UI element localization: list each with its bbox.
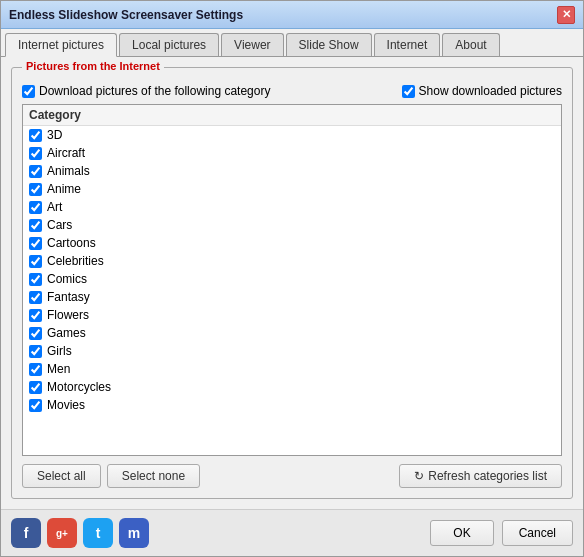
category-label: Motorcycles [47,380,111,394]
show-checkbox-label: Show downloaded pictures [402,84,562,98]
category-checkbox[interactable] [29,219,42,232]
category-checkbox[interactable] [29,381,42,394]
category-label: Games [47,326,86,340]
category-label: Comics [47,272,87,286]
list-item: 3D [23,126,561,144]
googleplus-icon[interactable]: g+ [47,518,77,548]
category-checkbox[interactable] [29,309,42,322]
window-title: Endless Slideshow Screensaver Settings [9,8,243,22]
category-label: Animals [47,164,90,178]
twitter-icon[interactable]: t [83,518,113,548]
select-all-button[interactable]: Select all [22,464,101,488]
list-item: Cartoons [23,234,561,252]
select-none-button[interactable]: Select none [107,464,200,488]
social-icons: f g+ t m [11,518,149,548]
tab-slide-show[interactable]: Slide Show [286,33,372,56]
category-label: Fantasy [47,290,90,304]
tab-internet[interactable]: Internet [374,33,441,56]
tab-about[interactable]: About [442,33,499,56]
category-checkbox[interactable] [29,255,42,268]
refresh-icon: ↻ [414,469,424,483]
footer: f g+ t m OK Cancel [1,509,583,556]
title-bar: Endless Slideshow Screensaver Settings ✕ [1,1,583,29]
category-label: Movies [47,398,85,412]
list-item: Comics [23,270,561,288]
category-checkbox[interactable] [29,345,42,358]
group-title: Pictures from the Internet [22,60,164,72]
main-content: Pictures from the Internet Download pict… [1,57,583,509]
list-item: Animals [23,162,561,180]
bottom-buttons: Select all Select none ↻ Refresh categor… [22,464,562,488]
list-item: Aircraft [23,144,561,162]
category-label: Anime [47,182,81,196]
category-checkbox[interactable] [29,399,42,412]
tab-bar: Internet pictures Local pictures Viewer … [1,29,583,57]
download-checkbox[interactable] [22,85,35,98]
category-list-container: Category 3DAircraftAnimalsAnimeArtCarsCa… [22,104,562,456]
category-list-scroll[interactable]: 3DAircraftAnimalsAnimeArtCarsCartoonsCel… [23,126,561,455]
list-item: Art [23,198,561,216]
category-checkbox[interactable] [29,327,42,340]
main-window: Endless Slideshow Screensaver Settings ✕… [0,0,584,557]
category-checkbox[interactable] [29,165,42,178]
category-checkbox[interactable] [29,129,42,142]
category-label: Men [47,362,70,376]
list-item: Celebrities [23,252,561,270]
category-checkbox[interactable] [29,363,42,376]
group-box: Pictures from the Internet Download pict… [11,67,573,499]
list-item: Anime [23,180,561,198]
list-item: Fantasy [23,288,561,306]
myspace-icon[interactable]: m [119,518,149,548]
list-item: Flowers [23,306,561,324]
category-label: Cartoons [47,236,96,250]
bottom-left-buttons: Select all Select none [22,464,200,488]
tab-viewer[interactable]: Viewer [221,33,283,56]
list-item: Men [23,360,561,378]
category-label: Art [47,200,62,214]
list-item: Movies [23,396,561,414]
list-header: Category [23,105,561,126]
facebook-icon[interactable]: f [11,518,41,548]
refresh-button[interactable]: ↻ Refresh categories list [399,464,562,488]
category-label: Cars [47,218,72,232]
category-checkbox[interactable] [29,291,42,304]
download-checkbox-label: Download pictures of the following categ… [22,84,270,98]
category-label: 3D [47,128,62,142]
category-checkbox[interactable] [29,183,42,196]
list-item: Girls [23,342,561,360]
category-label: Girls [47,344,72,358]
close-button[interactable]: ✕ [557,6,575,24]
tab-local-pictures[interactable]: Local pictures [119,33,219,56]
category-checkbox[interactable] [29,147,42,160]
list-item: Cars [23,216,561,234]
footer-right-buttons: OK Cancel [430,520,573,546]
list-item: Games [23,324,561,342]
show-checkbox[interactable] [402,85,415,98]
category-label: Flowers [47,308,89,322]
cancel-button[interactable]: Cancel [502,520,573,546]
category-label: Celebrities [47,254,104,268]
tab-internet-pictures[interactable]: Internet pictures [5,33,117,57]
category-label: Aircraft [47,146,85,160]
list-item: Motorcycles [23,378,561,396]
options-row: Download pictures of the following categ… [22,84,562,98]
category-checkbox[interactable] [29,201,42,214]
category-checkbox[interactable] [29,273,42,286]
ok-button[interactable]: OK [430,520,493,546]
category-checkbox[interactable] [29,237,42,250]
